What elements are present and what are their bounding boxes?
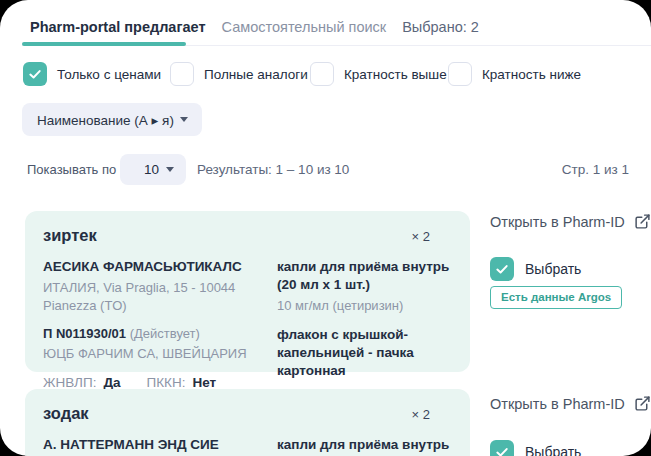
registration-number: П N011930/01 bbox=[43, 326, 126, 341]
card-left-column: А. НАТТЕРМАНН ЭНД СИЕ bbox=[43, 436, 277, 456]
active-tab-indicator bbox=[22, 42, 186, 46]
manufacturer-name: АЕСИКА ФАРМАСЬЮТИКАЛС bbox=[43, 258, 277, 276]
checkbox bbox=[490, 440, 514, 456]
registration-line: П N011930/01 (Действует) bbox=[43, 325, 277, 343]
filter-multiplicity-higher[interactable]: Кратность выше bbox=[310, 62, 447, 86]
registration-status: (Действует) bbox=[130, 326, 200, 341]
tab-selected-count[interactable]: Выбрано: 2 bbox=[402, 17, 479, 37]
page-indicator: Стр. 1 из 1 bbox=[562, 162, 629, 177]
results-count: Результаты: 1 – 10 из 10 bbox=[197, 162, 349, 177]
filter-label: Полные аналоги bbox=[204, 67, 308, 82]
card-columns: А. НАТТЕРМАНН ЭНД СИЕ капли для приёма в… bbox=[43, 436, 452, 456]
chevron-down-icon bbox=[166, 167, 174, 172]
drug-card-zirtek: зиртек × 2 АЕСИКА ФАРМАСЬЮТИКАЛС ИТАЛИЯ,… bbox=[25, 211, 470, 372]
card-header: зодак × 2 bbox=[43, 404, 452, 423]
card-header: зиртек × 2 bbox=[43, 226, 452, 245]
external-link-icon bbox=[634, 213, 651, 230]
page-size-value: 10 bbox=[144, 162, 159, 177]
drug-title: зодак bbox=[43, 404, 89, 423]
page-size-label: Показывать по bbox=[27, 162, 116, 177]
check-icon bbox=[495, 262, 509, 276]
card-columns: АЕСИКА ФАРМАСЬЮТИКАЛС ИТАЛИЯ, Via Pragli… bbox=[43, 258, 452, 410]
checkbox bbox=[170, 62, 194, 86]
dosage-strength: 10 мг/мл (цетиризин) bbox=[277, 297, 452, 315]
card-right-column: капли для приёма внутрь (20 мл x 1 шт.) … bbox=[277, 258, 452, 410]
argos-data-badge[interactable]: Есть данные Argos bbox=[490, 286, 622, 309]
checkbox bbox=[23, 62, 47, 86]
card-right-column: капли для приёма внутрь (20 мл x 1 шт.) bbox=[277, 436, 452, 456]
open-link-label: Открыть в Pharm-ID bbox=[490, 214, 625, 230]
dosage-form: капли для приёма внутрь (20 мл x 1 шт.) bbox=[277, 258, 452, 294]
filter-label: Кратность ниже bbox=[482, 67, 581, 82]
tab-pharm-portal-offers[interactable]: Pharm-portal предлагает bbox=[30, 17, 206, 37]
multiplier-badge: × 2 bbox=[412, 404, 452, 422]
select-label: Выбрать bbox=[525, 261, 581, 277]
filter-multiplicity-lower[interactable]: Кратность ниже bbox=[448, 62, 581, 86]
check-icon bbox=[28, 67, 42, 81]
sort-select-value: Наименование (А ▸ я) bbox=[37, 112, 174, 128]
open-link-label: Открыть в Pharm-ID bbox=[490, 396, 625, 412]
manufacturer-address: ИТАЛИЯ, Via Praglia, 15 - 10044 Pianezza… bbox=[43, 279, 277, 314]
select-label: Выбрать bbox=[525, 444, 581, 456]
checkbox bbox=[448, 62, 472, 86]
package-description: флакон с крышкой-капельницей - пачка кар… bbox=[277, 326, 452, 381]
select-item-checkbox[interactable]: Выбрать bbox=[490, 440, 581, 456]
multiplier-badge: × 2 bbox=[412, 226, 452, 244]
dosage-form: капли для приёма внутрь (20 мл x 1 шт.) bbox=[277, 436, 452, 456]
pharm-portal-results-page: Pharm-portal предлагает Самостоятельный … bbox=[0, 0, 651, 456]
drug-card-zodak: зодак × 2 А. НАТТЕРМАНН ЭНД СИЕ капли дл… bbox=[25, 389, 470, 456]
check-icon bbox=[495, 445, 509, 456]
sort-select[interactable]: Наименование (А ▸ я) bbox=[22, 103, 202, 136]
filter-label: Только с ценами bbox=[57, 67, 161, 82]
license-holder: ЮЦБ ФАРЧИМ СА, ШВЕЙЦАРИЯ bbox=[43, 345, 277, 363]
tab-self-search[interactable]: Самостоятельный поиск bbox=[222, 17, 387, 37]
filter-only-with-prices[interactable]: Только с ценами bbox=[23, 62, 161, 86]
filter-label: Кратность выше bbox=[344, 67, 447, 82]
manufacturer-name: А. НАТТЕРМАНН ЭНД СИЕ bbox=[43, 436, 277, 454]
chevron-down-icon bbox=[180, 117, 188, 122]
card-left-column: АЕСИКА ФАРМАСЬЮТИКАЛС ИТАЛИЯ, Via Pragli… bbox=[43, 258, 277, 410]
external-link-icon bbox=[634, 395, 651, 412]
open-in-pharm-id-link[interactable]: Открыть в Pharm-ID bbox=[490, 213, 651, 230]
drug-title: зиртек bbox=[43, 226, 97, 245]
tab-bar: Pharm-portal предлагает Самостоятельный … bbox=[30, 17, 479, 37]
select-item-checkbox[interactable]: Выбрать bbox=[490, 257, 581, 281]
checkbox bbox=[490, 257, 514, 281]
page-size-select[interactable]: 10 bbox=[120, 154, 186, 185]
open-in-pharm-id-link[interactable]: Открыть в Pharm-ID bbox=[490, 395, 651, 412]
filter-full-analogs[interactable]: Полные аналоги bbox=[170, 62, 308, 86]
checkbox bbox=[310, 62, 334, 86]
